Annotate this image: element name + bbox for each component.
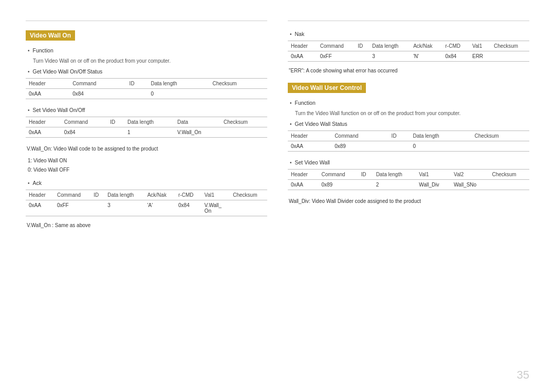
nak-col-val1: Val1 [469, 41, 491, 51]
bullet-dot-right-get: • [290, 120, 292, 128]
cell-header: 0xAA [26, 89, 69, 99]
cell-data2: V.Wall_On [174, 127, 220, 138]
rs-col-datalength: Data length [373, 170, 416, 180]
ack-col-datalength: Data length [104, 190, 144, 200]
r-col-command: Command [331, 131, 388, 141]
nak-col-checksum: Checksum [491, 41, 529, 51]
bullet-dot-right-set: • [290, 159, 292, 167]
rs-cell-command: 0x89 [318, 180, 358, 190]
rs-col-val1: Val1 [416, 170, 451, 180]
rs-col-command: Command [318, 170, 358, 180]
col-header-command2: Command [61, 117, 107, 127]
col-header-datalength: Data length [147, 79, 209, 89]
rs-cell-val1: Wall_Div [416, 180, 451, 190]
nak-cell-checksum [491, 51, 529, 62]
nak-cell-header: 0xAA [288, 51, 317, 62]
nak-cell-acknak: 'N' [410, 51, 442, 62]
left-column: Video Wall On • Function Turn Video Wall… [26, 21, 267, 233]
set-label: Set Video Wall On/Off [33, 106, 85, 115]
r-cell-id [388, 141, 410, 152]
section-title-video-wall-on: Video Wall On [26, 30, 75, 41]
table-row: 0xAA 0xFF 3 'A' 0x84 V.Wall_On [26, 200, 267, 216]
get-table-right: Header Command ID Data length Checksum 0… [288, 130, 529, 152]
right-column: • Nak Header Command ID Data length Ack/… [288, 21, 529, 233]
page-number: 35 [517, 368, 529, 382]
nak-cell-id [355, 51, 369, 62]
function-bullet: • Function [28, 47, 267, 55]
set-note-right: Wall_Div: Video Wall Divider code assign… [289, 197, 529, 205]
rs-cell-header: 0xAA [288, 180, 318, 190]
right-function-label: Function [295, 99, 316, 107]
ack-col-checksum: Checksum [230, 190, 267, 200]
set-status-bullet: • Set Video Wall On/Off [28, 106, 267, 115]
section-title-video-wall-user-control: Video Wall User Control [288, 83, 366, 93]
cell-datalength2: 1 [124, 127, 174, 138]
ack-label: Ack [33, 179, 42, 188]
ack-col-rcmd: r-CMD [175, 190, 201, 200]
nak-col-acknak: Ack/Nak [410, 41, 442, 51]
rs-col-id: ID [358, 170, 373, 180]
right-function-desc: Turn the Video Wall function on or off o… [295, 109, 529, 117]
top-divider-right [288, 21, 529, 21]
r-col-id: ID [388, 131, 410, 141]
nak-col-rcmd: r-CMD [442, 41, 469, 51]
r-col-header: Header [288, 131, 331, 141]
table-row: 0xAA 0xFF 3 'N' 0x84 ERR [288, 51, 529, 62]
bullet-dot-get: • [28, 68, 30, 76]
ack-col-id: ID [90, 190, 104, 200]
bullet-dot-ack: • [28, 179, 30, 188]
nak-label: Nak [295, 30, 305, 39]
nak-col-id: ID [355, 41, 369, 51]
bullet-dot: • [28, 47, 30, 55]
ack-cell-rcmd: 0x84 [175, 200, 201, 216]
ack-col-val1: Val1 [201, 190, 230, 200]
note2: 1: Video Wall ON [28, 157, 267, 165]
ack-bullet: • Ack [28, 179, 267, 188]
rs-cell-datalength: 2 [373, 180, 416, 190]
ack-cell-command: 0xFF [54, 200, 90, 216]
ack-cell-datalength: 3 [104, 200, 144, 216]
rs-cell-val2: Wall_SNo [451, 180, 489, 190]
ack-cell-id [90, 200, 104, 216]
cell-command: 0x84 [69, 89, 126, 99]
rs-col-val2: Val2 [451, 170, 489, 180]
nak-col-header: Header [288, 41, 317, 51]
col-header-command: Command [69, 79, 126, 89]
ack-cell-acknak: 'A' [144, 200, 175, 216]
r-cell-header: 0xAA [288, 141, 331, 152]
cell-checksum [209, 89, 267, 99]
right-get-status-bullet: • Get Video Wall Status [290, 120, 529, 128]
r-col-datalength: Data length [410, 131, 471, 141]
ack-table-left: Header Command ID Data length Ack/Nak r-… [26, 190, 267, 216]
get-status-bullet: • Get Video Wall On/Off Status [28, 68, 267, 76]
ack-cell-checksum [230, 200, 267, 216]
nak-table-right: Header Command ID Data length Ack/Nak r-… [288, 41, 529, 62]
nak-cell-datalength: 3 [369, 51, 410, 62]
r-col-checksum: Checksum [471, 131, 529, 141]
col-header-header: Header [26, 79, 69, 89]
ack-cell-val1: V.Wall_On [201, 200, 230, 216]
right-set-bullet: • Set Video Wall [290, 159, 529, 167]
function-label: Function [33, 47, 53, 55]
table-row: 0xAA 0x84 1 V.Wall_On [26, 127, 267, 138]
r-cell-checksum [471, 141, 529, 152]
set-table-right: Header Command ID Data length Val1 Val2 … [288, 169, 529, 190]
ack-col-command: Command [54, 190, 90, 200]
cell-checksum2 [220, 127, 267, 138]
table-row: 0xAA 0x84 0 [26, 89, 267, 99]
table-row: 0xAA 0x89 0 [288, 141, 529, 152]
ack-col-acknak: Ack/Nak [144, 190, 175, 200]
nak-cell-val1: ERR [469, 51, 491, 62]
note1: V.Wall_On: Video Wall code to be assigne… [27, 145, 267, 153]
ack-note: V.Wall_On : Same as above [27, 221, 267, 229]
col-header-datalength2: Data length [124, 117, 174, 127]
cell-id [126, 89, 148, 99]
right-set-label: Set Video Wall [295, 159, 330, 167]
col-header-checksum2: Checksum [220, 117, 267, 127]
right-function-bullet: • Function [290, 99, 529, 107]
bullet-dot-set: • [28, 106, 30, 115]
col-header-checksum: Checksum [209, 79, 267, 89]
r-cell-command: 0x89 [331, 141, 388, 152]
nak-col-datalength: Data length [369, 41, 410, 51]
r-cell-datalength: 0 [410, 141, 471, 152]
